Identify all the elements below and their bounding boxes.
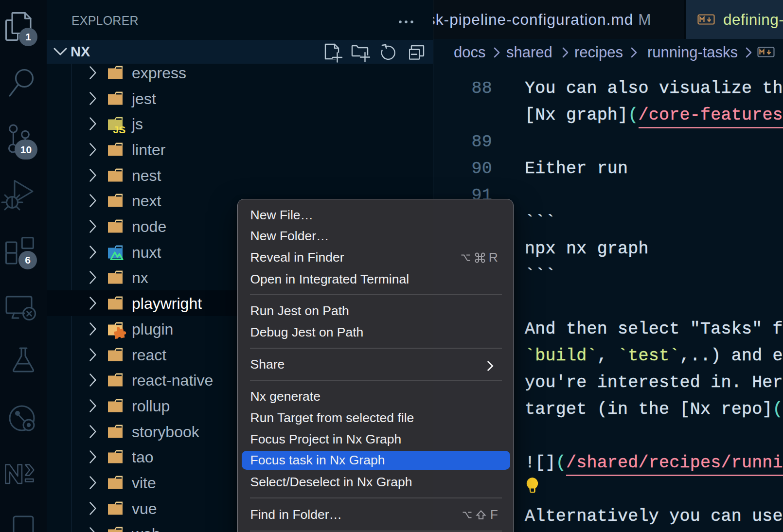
svg-text:JS: JS (113, 124, 126, 134)
